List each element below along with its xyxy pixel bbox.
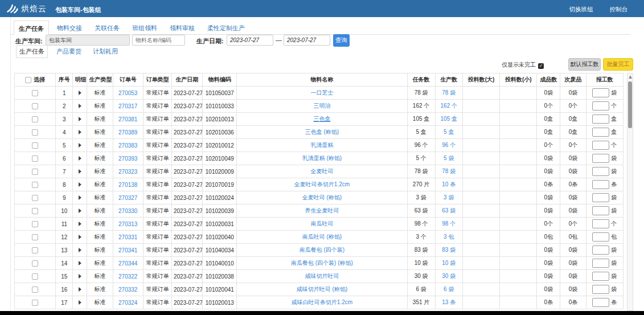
row-checkbox[interactable] bbox=[32, 234, 38, 240]
batch-complete-button[interactable]: 批量完工 bbox=[603, 58, 633, 71]
report-qty-input[interactable] bbox=[592, 272, 609, 281]
expand-arrow-icon[interactable] bbox=[79, 182, 81, 187]
report-qty-input[interactable] bbox=[592, 285, 609, 294]
production-qty[interactable]: 13 条 bbox=[435, 296, 462, 309]
expand-arrow-icon[interactable] bbox=[79, 222, 81, 226]
production-qty[interactable]: 63 袋 bbox=[435, 204, 462, 218]
select-all-checkbox[interactable] bbox=[25, 77, 31, 83]
tab-5[interactable]: 领料审核 bbox=[165, 21, 199, 35]
row-checkbox[interactable] bbox=[32, 129, 38, 136]
only-unfinished-toggle[interactable]: 仅显示未完工✓ bbox=[502, 61, 544, 69]
production-qty[interactable]: 10 条 bbox=[435, 178, 462, 191]
tab-4[interactable]: 班组领料 bbox=[128, 21, 162, 35]
expand-arrow-icon[interactable] bbox=[79, 261, 81, 265]
expand-arrow-icon[interactable] bbox=[79, 169, 81, 174]
tab-3[interactable]: 关联任务 bbox=[90, 21, 124, 35]
expand-arrow-icon[interactable] bbox=[79, 156, 81, 161]
switch-team-link[interactable]: 切换班组 bbox=[569, 6, 593, 13]
row-checkbox[interactable] bbox=[32, 169, 38, 175]
row-checkbox[interactable] bbox=[32, 90, 38, 96]
material-name-link[interactable]: 三明治 bbox=[237, 100, 407, 113]
production-qty[interactable]: 3 包 bbox=[435, 231, 462, 244]
material-name-link[interactable]: 咸味切片吐司 bbox=[237, 270, 407, 283]
material-name-link[interactable]: 全麦吐司 (称馅) bbox=[237, 191, 407, 204]
production-qty[interactable]: 96 个 bbox=[435, 139, 462, 152]
material-name-link[interactable]: 全麦吐司条切片1.2cm bbox=[237, 178, 407, 191]
order-number-link[interactable]: 270383 bbox=[113, 139, 143, 152]
report-qty-input[interactable] bbox=[592, 88, 609, 97]
material-search-input[interactable] bbox=[132, 35, 185, 46]
report-qty-input[interactable] bbox=[592, 298, 609, 307]
tab-1[interactable]: 生产任务 bbox=[14, 21, 49, 35]
production-qty[interactable]: 5 盒 bbox=[435, 126, 462, 139]
default-report-count-button[interactable]: 默认报工数 bbox=[568, 58, 601, 71]
material-name-link[interactable]: 南瓜餐包 (四个装) (称馅) bbox=[237, 257, 407, 270]
row-checkbox[interactable] bbox=[32, 300, 38, 306]
order-number-link[interactable]: 270332 bbox=[113, 283, 143, 296]
material-name-link[interactable]: 乳清蛋糕 bbox=[237, 139, 407, 152]
material-name-link[interactable]: 全麦吐司 bbox=[237, 165, 407, 178]
production-qty[interactable]: 162 个 bbox=[435, 100, 462, 113]
production-qty[interactable]: 78 袋 bbox=[435, 87, 462, 100]
order-number-link[interactable]: 270393 bbox=[113, 152, 143, 165]
expand-arrow-icon[interactable] bbox=[79, 274, 81, 279]
subtab-3[interactable]: 计划耗用 bbox=[90, 46, 121, 58]
production-qty[interactable]: 83 袋 bbox=[435, 244, 462, 257]
row-checkbox[interactable] bbox=[32, 142, 38, 149]
report-qty-input[interactable] bbox=[592, 193, 609, 202]
order-number-link[interactable]: 270389 bbox=[113, 126, 143, 139]
expand-arrow-icon[interactable] bbox=[79, 300, 81, 305]
report-qty-input[interactable] bbox=[592, 141, 609, 150]
subtab-2[interactable]: 产品要货 bbox=[54, 46, 84, 58]
report-qty-input[interactable] bbox=[592, 206, 609, 215]
search-button[interactable]: 查询 bbox=[333, 34, 350, 47]
order-number-link[interactable]: 270327 bbox=[113, 191, 143, 204]
report-qty-input[interactable] bbox=[592, 114, 609, 124]
row-checkbox[interactable] bbox=[32, 103, 38, 109]
report-qty-input[interactable] bbox=[592, 154, 609, 163]
order-number-link[interactable]: 270330 bbox=[113, 204, 143, 218]
row-checkbox[interactable] bbox=[32, 260, 38, 267]
row-checkbox[interactable] bbox=[32, 182, 38, 188]
material-name-link[interactable]: 南瓜餐包 (四个装) bbox=[237, 244, 407, 257]
report-qty-input[interactable] bbox=[592, 101, 609, 111]
material-name-link[interactable]: 南瓜吐司 (称馅) bbox=[237, 231, 407, 244]
report-qty-input[interactable] bbox=[592, 167, 609, 176]
report-qty-input[interactable] bbox=[592, 259, 609, 268]
row-checkbox[interactable] bbox=[32, 116, 38, 122]
expand-arrow-icon[interactable] bbox=[79, 104, 81, 108]
row-checkbox[interactable] bbox=[32, 221, 38, 227]
expand-arrow-icon[interactable] bbox=[79, 143, 81, 148]
tab-2[interactable]: 物料交接 bbox=[52, 21, 87, 35]
order-number-link[interactable]: 270053 bbox=[113, 87, 143, 100]
scrollbar-up-arrow-icon[interactable] bbox=[629, 75, 632, 79]
report-qty-input[interactable] bbox=[592, 246, 609, 255]
material-name-link[interactable]: 一口芝士 bbox=[237, 87, 407, 100]
order-number-link[interactable]: 270341 bbox=[113, 244, 143, 257]
order-number-link[interactable]: 270322 bbox=[113, 270, 143, 283]
order-number-link[interactable]: 270313 bbox=[113, 218, 143, 231]
date-from-input[interactable] bbox=[227, 35, 273, 46]
expand-arrow-icon[interactable] bbox=[79, 130, 81, 134]
report-qty-input[interactable] bbox=[592, 219, 609, 228]
order-number-link[interactable]: 270317 bbox=[113, 100, 143, 113]
material-name-link[interactable]: 三色盒 (称馅) bbox=[237, 126, 407, 139]
row-checkbox[interactable] bbox=[32, 156, 38, 162]
material-name-link[interactable]: 三色盒 bbox=[237, 113, 407, 126]
expand-arrow-icon[interactable] bbox=[79, 248, 81, 252]
date-to-input[interactable] bbox=[284, 35, 330, 46]
material-name-link[interactable]: 南瓜吐司 bbox=[237, 218, 407, 231]
material-name-link[interactable]: 咸味切片吐司 (称馅) bbox=[237, 283, 407, 296]
tab-6[interactable]: 柔性定制生产 bbox=[203, 21, 249, 35]
row-checkbox[interactable] bbox=[32, 247, 38, 253]
row-checkbox[interactable] bbox=[32, 273, 38, 280]
production-qty[interactable]: 5 袋 bbox=[435, 152, 462, 165]
production-qty[interactable]: 6 袋 bbox=[435, 283, 462, 296]
expand-arrow-icon[interactable] bbox=[79, 235, 81, 239]
order-number-link[interactable]: 270344 bbox=[113, 257, 143, 270]
production-qty[interactable]: 3 袋 bbox=[435, 191, 462, 204]
production-qty[interactable]: 30 袋 bbox=[435, 270, 462, 283]
report-qty-input[interactable] bbox=[592, 180, 609, 189]
production-qty[interactable]: 98 个 bbox=[435, 218, 462, 231]
console-link[interactable]: 控制台 bbox=[610, 6, 628, 13]
